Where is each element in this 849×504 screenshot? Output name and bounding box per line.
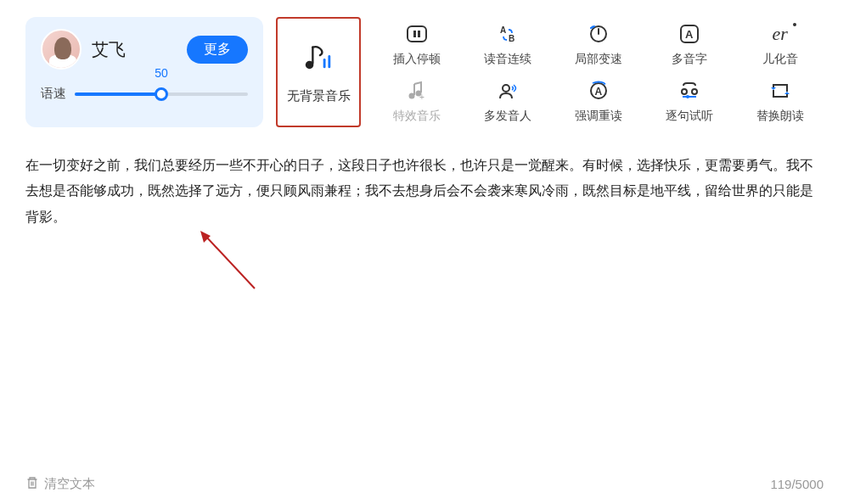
svg-rect-4 <box>413 31 416 37</box>
svg-point-0 <box>306 60 314 69</box>
local-speed-icon <box>586 21 611 47</box>
continuous-icon: AB <box>495 21 520 47</box>
svg-rect-3 <box>408 26 426 42</box>
tool-emphasis[interactable]: A 强调重读 <box>555 74 643 127</box>
sfx-music-icon: + <box>404 78 430 104</box>
tool-continuous[interactable]: AB 读音连续 <box>464 17 552 70</box>
tool-insert-pause[interactable]: 插入停顿 <box>374 17 461 70</box>
polyphone-icon: A <box>677 21 702 47</box>
erhua-icon: er <box>767 21 793 47</box>
svg-point-19 <box>682 89 687 94</box>
speed-slider[interactable]: 50 <box>75 85 248 102</box>
toolbar: 艾飞 更多 语速 50 无背景音乐 <box>0 0 849 136</box>
tool-erhua[interactable]: er 儿化音 <box>736 17 824 70</box>
tool-label: 插入停顿 <box>393 52 441 67</box>
bgm-button[interactable]: 无背景音乐 <box>276 17 361 127</box>
tool-polyphone[interactable]: A 多音字 <box>645 17 733 70</box>
voice-top-row: 艾飞 更多 <box>41 29 248 70</box>
speed-value: 50 <box>155 66 168 80</box>
svg-point-15 <box>503 85 509 92</box>
svg-text:A: A <box>594 86 602 98</box>
svg-point-20 <box>692 89 697 94</box>
voice-card: 艾飞 更多 语速 50 <box>25 17 263 127</box>
voice-avatar[interactable] <box>41 29 82 70</box>
speed-slider-row: 语速 50 <box>41 85 248 102</box>
tool-replace-read[interactable]: 替换朗读 <box>736 74 824 127</box>
slider-thumb[interactable] <box>155 87 168 101</box>
svg-rect-2 <box>328 55 330 68</box>
tool-label: 儿化音 <box>762 52 798 67</box>
tool-label: 强调重读 <box>575 109 622 124</box>
svg-rect-1 <box>323 58 326 67</box>
tool-label: 多音字 <box>672 52 707 67</box>
replace-read-icon <box>767 78 793 104</box>
bgm-label: 无背景音乐 <box>287 88 351 104</box>
clear-label: 清空文本 <box>44 476 95 492</box>
trash-icon <box>25 476 39 492</box>
slider-fill <box>75 92 161 96</box>
clear-text-button[interactable]: 清空文本 <box>25 476 95 492</box>
emphasis-icon: A <box>586 78 611 104</box>
svg-rect-5 <box>418 31 420 37</box>
svg-text:A: A <box>500 25 506 35</box>
tool-label: 多发音人 <box>484 109 531 124</box>
svg-text:A: A <box>685 28 694 41</box>
tool-label: 替换朗读 <box>756 109 804 124</box>
svg-marker-22 <box>771 87 776 90</box>
tool-label: 局部变速 <box>575 52 622 67</box>
speed-label: 语速 <box>41 86 66 102</box>
svg-marker-23 <box>784 92 790 94</box>
tool-sfx-music[interactable]: + 特效音乐 <box>374 74 461 127</box>
text-content[interactable]: 在一切变好之前，我们总要经历一些不开心的日子，这段日子也许很长，也许只是一觉醒来… <box>0 136 849 247</box>
tool-label: 读音连续 <box>484 52 531 67</box>
tool-label: 特效音乐 <box>393 109 441 124</box>
svg-marker-18 <box>604 82 606 85</box>
svg-text:B: B <box>509 34 514 43</box>
music-note-icon <box>302 41 335 76</box>
multi-voice-icon <box>495 78 520 104</box>
tool-local-speed[interactable]: 局部变速 <box>555 17 643 70</box>
svg-text:+: + <box>419 92 424 102</box>
sentence-preview-icon <box>677 78 702 104</box>
footer: 清空文本 119/5000 <box>0 476 849 492</box>
voice-name: 艾飞 <box>92 38 187 61</box>
pause-insert-icon <box>404 21 430 47</box>
tool-multi-voice[interactable]: 多发音人 <box>464 74 552 127</box>
svg-point-21 <box>686 95 689 98</box>
more-button[interactable]: 更多 <box>187 36 248 64</box>
svg-point-12 <box>409 92 415 98</box>
tool-sentence-preview[interactable]: 逐句试听 <box>645 74 733 127</box>
char-count: 119/5000 <box>770 477 824 491</box>
tool-grid: 插入停顿 AB 读音连续 局部变速 A 多音字 er 儿化音 + <box>374 17 824 127</box>
tool-label: 逐句试听 <box>666 109 713 124</box>
